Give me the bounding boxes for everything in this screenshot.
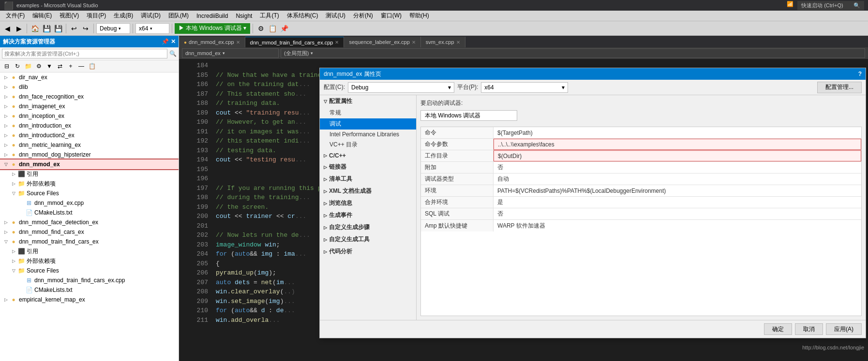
props-val-command[interactable]: $(TargetPath) — [494, 127, 861, 138]
props-val-args[interactable]: ..\..\..\\examples\faces — [494, 139, 861, 150]
view-solution-btn[interactable]: 📁 — [23, 61, 33, 71]
cancel-button[interactable]: 取消 — [795, 323, 823, 335]
tree-item-find-cars[interactable]: ▷ ● dnn_mmod_find_cars_ex — [0, 227, 179, 237]
settings-btn[interactable]: ⚙ — [34, 61, 44, 71]
menu-help[interactable]: 帮助(H) — [405, 11, 433, 21]
menu-analyze[interactable]: 分析(N) — [349, 11, 377, 21]
tree-item-refs2[interactable]: ▷ ⬛ 引用 — [0, 246, 179, 256]
props-val-amp[interactable]: WARP 软件加速器 — [494, 220, 861, 231]
redo-btn[interactable]: ↪ — [80, 23, 91, 34]
menu-debug[interactable]: 调试(D) — [137, 11, 165, 21]
save-btn[interactable]: 💾 — [41, 23, 52, 34]
tree-item-cmake2[interactable]: 📄 CMakeLists.txt — [0, 285, 179, 295]
menu-view[interactable]: 视图(V) — [56, 11, 83, 21]
run-debugger-btn[interactable]: ▶ 本地 Windows 调试器 ▾ — [175, 23, 250, 34]
tree-item-dlib[interactable]: ▷ ● dlib — [0, 82, 179, 92]
tree-item-train-cars[interactable]: ▽ ● dnn_mmod_train_find_cars_ex — [0, 237, 179, 246]
dlg-item-debug[interactable]: 调试 — [320, 118, 416, 130]
home-btn[interactable]: 🏠 — [30, 23, 40, 34]
filter-btn[interactable]: ▼ — [45, 61, 54, 71]
tree-item-inception[interactable]: ▷ ● dnn_inception_ex — [0, 111, 179, 121]
dlg-section-manifest[interactable]: ▷ 清单工具 — [320, 173, 416, 185]
forward-btn[interactable]: ▶ — [14, 23, 24, 34]
menu-file[interactable]: 文件(F) — [2, 11, 29, 21]
menu-nsight[interactable]: Nsight — [232, 11, 256, 21]
ok-button[interactable]: 确定 — [764, 323, 792, 335]
props-val-workdir[interactable]: $(OutDir) — [494, 150, 861, 161]
scope-dropdown[interactable]: (全局范围) ▾ — [281, 48, 865, 58]
props-val-env[interactable]: PATH=$(VCRedistPaths)%PATH%$(LocalDebugg… — [494, 185, 861, 196]
tree-item-intro[interactable]: ▷ ● dnn_introduction_ex — [0, 121, 179, 130]
dlg-section-code-analysis[interactable]: ▷ 代码分析 — [320, 245, 416, 258]
dlg-section-build-events[interactable]: ▷ 生成事件 — [320, 209, 416, 221]
debug-config-dropdown[interactable]: Debug ▾ — [96, 23, 130, 34]
close-icon[interactable]: ✕ — [171, 38, 176, 45]
tree-item-source-files2[interactable]: ▽ 📁 Source Files — [0, 266, 179, 275]
menu-edit[interactable]: 编辑(E) — [29, 11, 56, 21]
menu-incredibuild[interactable]: IncrediiBuild — [193, 11, 232, 21]
tree-item-empirical[interactable]: ▷ ● empirical_kernel_map_ex — [0, 295, 179, 304]
tab-train-cars[interactable]: dnn_mmod_train_find_cars_ex.cpp ✕ — [245, 37, 344, 47]
toolbar-extra2[interactable]: 📋 — [267, 23, 278, 34]
props-val-attach[interactable]: 否 — [494, 162, 861, 173]
dlg-section-browse[interactable]: ▷ 浏览信息 — [320, 197, 416, 209]
menu-arch[interactable]: 体系结构(C) — [283, 11, 322, 21]
tree-item-mmod-ex[interactable]: ▽ ● dnn_mmod_ex — [0, 159, 179, 169]
back-btn[interactable]: ◀ — [2, 23, 13, 34]
platform-dropdown[interactable]: x64 ▾ — [135, 23, 169, 34]
collapse-all-btn[interactable]: ⊟ — [2, 61, 12, 71]
dlg-section-config-props[interactable]: ▽ 配置属性 — [320, 95, 416, 107]
tree-item-metric[interactable]: ▷ ● dnn_metric_learning_ex — [0, 140, 179, 150]
tree-item-imagenet[interactable]: ▷ ● dnn_imagenet_ex — [0, 101, 179, 111]
tree-item-mmod-ex-cpp[interactable]: ⊞ dnn_mmod_ex.cpp — [0, 198, 179, 208]
save-all-btn[interactable]: 💾 — [53, 23, 63, 34]
menu-test[interactable]: 测试(U) — [322, 11, 349, 21]
search-box[interactable]: 快速启动 (Ctrl+Q) 🔍 — [797, 1, 864, 10]
tab-svm[interactable]: svm_ex.cpp ✕ — [421, 37, 465, 47]
dialog-help-btn[interactable]: ? — [858, 71, 862, 77]
config-dropdown[interactable]: Debug ▾ — [348, 82, 454, 93]
dlg-section-linker[interactable]: ▷ 链接器 — [320, 161, 416, 173]
tab-seq-labeler[interactable]: sequence_labeler_ex.cpp ✕ — [344, 37, 420, 47]
toolbar-extra3[interactable]: 📌 — [279, 23, 289, 34]
tree-item-train-cpp[interactable]: ⊞ dnn_mmod_train_find_cars_ex.cpp — [0, 275, 179, 285]
menu-window[interactable]: 窗口(W) — [377, 11, 405, 21]
tree-item-face-detect[interactable]: ▷ ● dnn_mmod_face_detection_ex — [0, 217, 179, 227]
tab-close-btn[interactable]: ✕ — [456, 40, 460, 45]
undo-btn[interactable]: ↩ — [69, 23, 79, 34]
tree-item-intro2[interactable]: ▷ ● dnn_introduction2_ex — [0, 130, 179, 140]
sidebar-search-input[interactable] — [2, 49, 167, 58]
dlg-item-general[interactable]: 常规 — [320, 107, 416, 118]
tree-item-extern-deps2[interactable]: ▷ 📁 外部依赖项 — [0, 256, 179, 266]
file-dropdown[interactable]: dnn_mmod_ex ▾ — [182, 48, 279, 58]
props-val-debugger-type[interactable]: 自动 — [494, 173, 861, 185]
dlg-section-xml[interactable]: ▷ XML 文档生成器 — [320, 185, 416, 197]
menu-build[interactable]: 生成(B) — [110, 11, 137, 21]
tree-item-face-recog[interactable]: ▷ ● dnn_face_recognition_ex — [0, 92, 179, 101]
platform-dropdown[interactable]: x64 ▾ — [481, 82, 568, 93]
dlg-section-custom-build[interactable]: ▷ 自定义生成步骤 — [320, 221, 416, 233]
props-val-sql[interactable]: 否 — [494, 208, 861, 219]
menu-tools[interactable]: 工具(T) — [256, 11, 283, 21]
refresh-btn[interactable]: ↻ — [13, 61, 22, 71]
pin-icon[interactable]: 📌 — [162, 38, 169, 45]
tab-close-btn[interactable]: ✕ — [236, 40, 240, 45]
sidebar-tb-props[interactable]: 📋 — [87, 61, 97, 71]
tree-item-dir-nav-ex[interactable]: ▷ ● dir_nav_ex — [0, 72, 179, 82]
tree-item-cmake1[interactable]: 📄 CMakeLists.txt — [0, 208, 179, 217]
menu-team[interactable]: 团队(M) — [165, 11, 193, 21]
dlg-section-cpp[interactable]: ▷ C/C++ — [320, 150, 416, 161]
manage-config-btn[interactable]: 配置管理... — [817, 82, 862, 93]
tree-item-dog-hip[interactable]: ▷ ● dnn_mmod_dog_hipsterizer — [0, 150, 179, 159]
tree-item-source-files[interactable]: ▽ 📁 Source Files — [0, 188, 179, 198]
search-icon[interactable]: 🔍 — [169, 50, 177, 57]
tab-mmod-ex[interactable]: ● dnn_mmod_ex.cpp ✕ — [179, 37, 245, 47]
props-val-merge-env[interactable]: 是 — [494, 197, 861, 208]
sync-btn[interactable]: ⇄ — [55, 61, 65, 71]
tree-item-refs[interactable]: ▷ ⬛ 引用 — [0, 169, 179, 179]
sidebar-tb-more[interactable]: + — [66, 61, 75, 71]
dlg-section-custom-tool[interactable]: ▷ 自定义生成工具 — [320, 233, 416, 245]
tree-item-extern-deps[interactable]: ▷ 📁 外部依赖项 — [0, 179, 179, 188]
sidebar-tb-minus[interactable]: — — [76, 61, 86, 71]
toolbar-extra1[interactable]: ⚙ — [255, 23, 266, 34]
